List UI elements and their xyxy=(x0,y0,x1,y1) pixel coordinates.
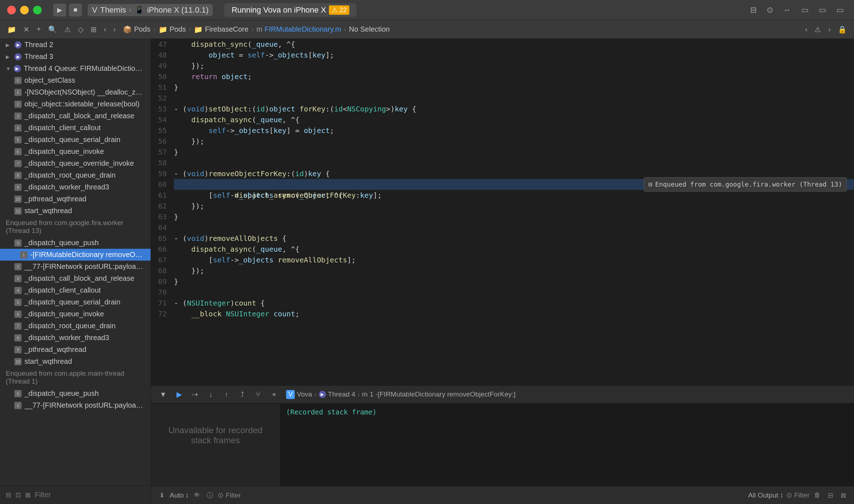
frame-label: _dispatch_queue_serial_drain xyxy=(24,136,120,144)
frame-2[interactable]: 2 objc_object::sidetable_release(bool) xyxy=(0,98,151,110)
step-over-btn[interactable]: ⇢ xyxy=(188,388,201,401)
filter-input[interactable] xyxy=(35,491,145,499)
frame-1[interactable]: 1 -[NSObject(NSObject) __dealloc_zombie] xyxy=(0,86,151,98)
warning-icon2[interactable]: ⚠ xyxy=(813,24,822,35)
nav-forward-icon[interactable]: › xyxy=(112,24,117,35)
info-icon[interactable]: ⓘ xyxy=(205,490,215,500)
frame-label: _dispatch_worker_thread3 xyxy=(24,334,109,342)
fullscreen-button[interactable] xyxy=(33,6,42,14)
location-btn[interactable]: ⌖ xyxy=(267,388,280,401)
share-btn[interactable]: ⑂ xyxy=(252,388,265,401)
breadcrumb-pods1[interactable]: 📦 Pods xyxy=(123,25,151,34)
frame-icon: 4 xyxy=(14,124,22,132)
left-panel-bottom: ⊟ ⊡ ⊠ xyxy=(0,485,151,504)
code-content[interactable]: dispatch_sync(_queue, ^{ object = self->… xyxy=(171,39,854,385)
filter-icon2: ⊡ xyxy=(15,491,21,499)
step-out-btn[interactable]: ↑ xyxy=(220,388,233,401)
frame-icon: 5 xyxy=(14,136,22,143)
layout-icon-3[interactable]: ↔ xyxy=(780,4,794,16)
frame-label: _dispatch_worker_thread3 xyxy=(24,183,109,191)
frame-6[interactable]: 6 _dispatch_queue_invoke xyxy=(0,146,151,157)
recorded-frame-text: (Recorded stack frame) xyxy=(286,408,377,416)
frame-icon: 5 xyxy=(14,299,22,306)
layout-icon-1[interactable]: ⊟ xyxy=(747,4,759,16)
frame-9[interactable]: 9 _dispatch_worker_thread3 xyxy=(0,181,151,193)
continue-btn[interactable]: ▶ xyxy=(173,388,185,401)
breadcrumb-nosel[interactable]: No Selection xyxy=(349,25,390,33)
tab-bar: Running Vova on iPhone X ⚠ 22 xyxy=(224,3,741,17)
nav-forward-icon2[interactable]: › xyxy=(827,24,832,35)
dropdown-btn[interactable]: ▼ xyxy=(157,388,170,401)
eq1-frame-2[interactable]: 2 __77-[FIRNetwork postURL:payload:queue… xyxy=(0,261,151,272)
eq1-frame-8[interactable]: 8 _dispatch_worker_thread3 xyxy=(0,332,151,344)
panel-down-icon[interactable]: ⬇ xyxy=(157,490,167,500)
filter-box-right: ⊙ Filter xyxy=(786,491,809,499)
frame-3[interactable]: 3 _dispatch_call_block_and_release xyxy=(0,110,151,122)
thread-4-item[interactable]: ▼ ▶ Thread 4 Queue: FIRMutableDictionary… xyxy=(0,63,151,74)
all-output-select[interactable]: All Output ↕ xyxy=(748,491,784,499)
folder-icon[interactable]: 📁 xyxy=(6,24,18,35)
thread-2-item[interactable]: ▶ ▶ Thread 2 xyxy=(0,39,151,51)
project-selector[interactable]: V Themis › 📱 iPhone X (11.0.1) xyxy=(88,4,213,16)
eq1-frame-5[interactable]: 5 _dispatch_queue_serial_drain xyxy=(0,296,151,308)
eye-icon[interactable]: 👁 xyxy=(192,490,202,500)
split-icon2[interactable]: ⊠ xyxy=(838,490,848,500)
minimize-button[interactable] xyxy=(20,6,29,14)
eq1-frame-1-selected[interactable]: 1 -[FIRMutableDictionary removeObjectFor… xyxy=(0,249,151,261)
auto-select[interactable]: Auto ↕ xyxy=(170,491,189,499)
frame-10[interactable]: 10 _pthread_wqthread xyxy=(0,193,151,205)
frame-label: start_wqthread xyxy=(24,207,72,215)
filter2-label: Filter xyxy=(794,491,809,499)
frame-4[interactable]: 4 _dispatch_client_callout xyxy=(0,122,151,134)
warning-icon[interactable]: ⚠ xyxy=(63,24,72,35)
close-button[interactable] xyxy=(7,6,16,14)
breadcrumb-file[interactable]: m FIRMutableDictionary.m xyxy=(256,25,341,33)
nav-back-icon[interactable]: ‹ xyxy=(102,24,108,35)
eq1-frame-10[interactable]: 10 start_wqthread xyxy=(0,356,151,367)
add-tab-icon[interactable]: + xyxy=(35,24,42,35)
split-icon[interactable]: ⊟ xyxy=(825,490,835,500)
lock-icon[interactable]: 🔒 xyxy=(836,24,848,35)
eq1-frame-6[interactable]: 6 _dispatch_queue_invoke xyxy=(0,308,151,320)
filter-label: Filter xyxy=(226,491,241,499)
eq1-frame-7[interactable]: 7 _dispatch_root_queue_drain xyxy=(0,320,151,332)
eq1-frame-0[interactable]: 0 _dispatch_queue_push xyxy=(0,237,151,249)
layout-icon-4[interactable]: ▭ xyxy=(798,4,812,16)
nav-back-icon2[interactable]: ‹ xyxy=(804,24,809,35)
bookmark-icon[interactable]: ◇ xyxy=(77,24,85,35)
code-line-54: dispatch_async(_queue, ^{ xyxy=(174,114,854,125)
grid-icon[interactable]: ⊞ xyxy=(89,24,98,35)
trash-icon[interactable]: 🗑 xyxy=(812,490,822,500)
frame-0[interactable]: 0 object_setClass xyxy=(0,74,151,86)
frame-5[interactable]: 5 _dispatch_queue_serial_drain xyxy=(0,134,151,146)
layout-icon-2[interactable]: ⊙ xyxy=(764,4,776,16)
close-tab-icon[interactable]: ✕ xyxy=(22,24,31,35)
layout-icon-6[interactable]: ▭ xyxy=(834,4,847,16)
layout-icon-5[interactable]: ▭ xyxy=(816,4,829,16)
frame-label: __77-[FIRNetwork postURL:payload:queue:u… xyxy=(24,262,145,271)
step-in-btn[interactable]: ↓ xyxy=(204,388,217,401)
code-line-58 xyxy=(174,157,854,168)
active-tab[interactable]: Running Vova on iPhone X ⚠ 22 xyxy=(224,3,357,17)
eq1-frame-3[interactable]: 3 _dispatch_call_block_and_release xyxy=(0,272,151,284)
eq1-frame-4[interactable]: 4 _dispatch_client_callout xyxy=(0,284,151,296)
thread-3-item[interactable]: ▶ ▶ Thread 3 xyxy=(0,51,151,63)
eq1-frame-9[interactable]: 9 _pthread_wqthread xyxy=(0,344,151,356)
toolbar-right: ‹ ⚠ › 🔒 xyxy=(804,24,848,35)
traffic-lights xyxy=(7,6,42,14)
frame-11[interactable]: 11 start_wqthread xyxy=(0,205,151,217)
eq2-frame-1[interactable]: 1 __77-[FIRNetwork postURL:payload:queue… xyxy=(0,399,151,411)
search-icon[interactable]: 🔍 xyxy=(47,24,59,35)
frame-8[interactable]: 8 _dispatch_root_queue_drain xyxy=(0,169,151,181)
stop-button[interactable]: ■ xyxy=(69,4,82,17)
frame-label: objc_object::sidetable_release(bool) xyxy=(24,100,139,108)
breadcrumb-firebase[interactable]: 📁 FirebaseCore xyxy=(194,25,248,34)
eq2-frame-0[interactable]: 0 _dispatch_queue_push xyxy=(0,388,151,399)
tab-label: Running Vova on iPhone X xyxy=(231,5,326,15)
breadcrumb-pods2[interactable]: 📁 Pods xyxy=(159,25,186,34)
frame-up-btn[interactable]: ⤴ xyxy=(236,388,249,401)
frame-icon: 1 xyxy=(20,251,27,258)
run-button[interactable]: ▶ xyxy=(53,4,66,17)
frame-7[interactable]: 7 _dispatch_queue_override_invoke xyxy=(0,157,151,169)
code-line-68: }); xyxy=(174,265,854,276)
